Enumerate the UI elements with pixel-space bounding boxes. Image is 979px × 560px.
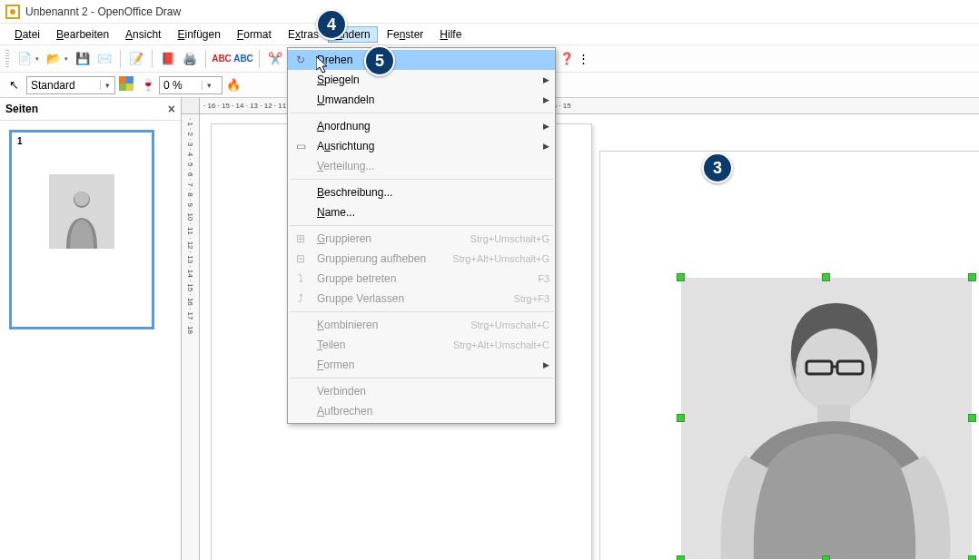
- blank-icon: [292, 93, 310, 107]
- blank-icon: [292, 185, 310, 200]
- menu-ext-button[interactable]: ⋮: [578, 53, 589, 65]
- menu-ansicht[interactable]: Ansicht: [118, 26, 168, 43]
- close-icon[interactable]: ×: [168, 102, 175, 116]
- menu-item-label: Beschreibung...: [317, 186, 549, 199]
- resize-handle[interactable]: [677, 555, 685, 560]
- menu-item-verteilung-: Verteilung...: [288, 156, 555, 176]
- dropdown-arrow-icon[interactable]: ▾: [100, 81, 114, 90]
- email-button[interactable]: ✉️: [94, 49, 114, 69]
- edit-doc-button[interactable]: 📝: [126, 49, 146, 69]
- wine-button[interactable]: 🍷: [141, 79, 155, 92]
- zoom-input[interactable]: [160, 79, 202, 92]
- menu-item-name-[interactable]: Name...: [288, 202, 555, 222]
- menu-item-label: Gruppieren: [317, 232, 463, 245]
- autospell-button[interactable]: ABC: [233, 49, 253, 69]
- resize-handle[interactable]: [968, 555, 976, 560]
- menu-shortcut: Strg+Umschalt+C: [470, 319, 549, 330]
- menu-format[interactable]: Format: [230, 26, 279, 43]
- menu-fenster[interactable]: Fenster: [380, 26, 431, 43]
- help-button[interactable]: ❓: [559, 53, 574, 65]
- save-button[interactable]: 💾: [73, 49, 93, 69]
- menu-item-anordnung[interactable]: Anordnung▶: [288, 116, 555, 136]
- svg-point-9: [74, 192, 89, 206]
- svg-rect-6: [126, 84, 134, 91]
- svg-rect-4: [126, 76, 134, 84]
- menu-shortcut: Strg+Alt+Umschalt+C: [453, 339, 549, 350]
- menu-separator: [290, 378, 553, 378]
- page-number: 1: [17, 136, 23, 146]
- submenu-arrow-icon: ▶: [543, 360, 549, 369]
- menu-item-label: Name...: [317, 206, 549, 219]
- blank-icon: [292, 205, 310, 220]
- menu-einfuegen[interactable]: Einfügen: [170, 26, 227, 43]
- cut-button[interactable]: ✂️: [265, 49, 285, 69]
- print-button[interactable]: 🖨️: [180, 49, 200, 69]
- style-input[interactable]: [27, 79, 100, 92]
- menu-shortcut: Strg+Alt+Umschalt+G: [452, 253, 549, 264]
- enter-icon: ⤵: [292, 271, 310, 286]
- resize-handle[interactable]: [677, 273, 685, 281]
- selected-image[interactable]: [681, 278, 972, 559]
- menu-item-verbinden: Verbinden: [288, 381, 555, 401]
- resize-handle[interactable]: [968, 414, 976, 422]
- submenu-arrow-icon: ▶: [543, 122, 549, 131]
- pages-title: Seiten: [5, 103, 38, 115]
- ruler-vertical[interactable]: · 1 · 2 · 3 · 4 · 5 · 6 · 7 · 8 · 9 · 10…: [182, 114, 200, 560]
- new-button[interactable]: 📄: [15, 49, 35, 69]
- menu-item-kombinieren: KombinierenStrg+Umschalt+C: [288, 315, 555, 335]
- menu-item-label: Verbinden: [317, 385, 549, 398]
- pdf-button[interactable]: 📕: [158, 49, 178, 69]
- ungroup-icon: ⊟: [292, 251, 310, 266]
- menu-item-label: Umwandeln: [317, 93, 536, 106]
- zoom-combo[interactable]: ▾: [159, 76, 222, 94]
- menu-item-formen: Formen▶: [288, 355, 555, 375]
- ruler-corner: [182, 98, 200, 114]
- resize-handle[interactable]: [677, 414, 685, 422]
- svg-point-2: [10, 9, 15, 15]
- menu-separator: [290, 179, 553, 180]
- blank-icon: [292, 318, 310, 332]
- menu-item-label: Aufbrechen: [317, 405, 549, 418]
- menu-item-label: Gruppierung aufheben: [317, 252, 445, 265]
- blank-icon: [292, 384, 310, 398]
- exit-icon: ⤴: [292, 291, 310, 306]
- svg-rect-3: [119, 76, 126, 84]
- toolbar-sep: [152, 50, 153, 68]
- menu-datei[interactable]: Datei: [7, 26, 47, 43]
- callout-badge-4: 4: [316, 9, 347, 40]
- spellcheck-button[interactable]: ABC: [212, 49, 232, 69]
- thumb-image: [49, 174, 114, 249]
- menu-item-umwandeln[interactable]: Umwandeln▶: [288, 90, 555, 110]
- submenu-arrow-icon: ▶: [543, 142, 549, 151]
- menu-bearbeiten[interactable]: Bearbeiten: [49, 26, 116, 43]
- group-icon: ⊞: [292, 231, 310, 246]
- menu-item-label: Gruppe betreten: [317, 272, 530, 285]
- toolbar-grip[interactable]: [5, 50, 9, 68]
- resize-handle[interactable]: [822, 273, 830, 281]
- dropdown-arrow-icon[interactable]: ▾: [202, 81, 216, 90]
- menu-item-label: Kombinieren: [317, 319, 463, 331]
- cursor-icon: [316, 56, 331, 77]
- resize-handle[interactable]: [822, 555, 830, 560]
- fill-button[interactable]: 🔥: [226, 79, 241, 92]
- pages-panel: Seiten × 1: [0, 98, 182, 560]
- pages-header: Seiten ×: [0, 98, 181, 121]
- submenu-arrow-icon: ▶: [543, 95, 549, 104]
- color-button[interactable]: [119, 76, 134, 93]
- pages-body: 1: [0, 121, 181, 560]
- menu-item-beschreibung-[interactable]: Beschreibung...: [288, 182, 555, 202]
- arrow-tool[interactable]: ↖: [9, 79, 19, 92]
- open-button[interactable]: 📂: [44, 49, 64, 69]
- menu-item-gruppe-verlassen: ⤴Gruppe VerlassenStrg+F3: [288, 289, 555, 309]
- menu-hilfe[interactable]: Hilfe: [432, 26, 469, 43]
- resize-handle[interactable]: [968, 273, 976, 281]
- page-thumbnail[interactable]: 1: [9, 130, 154, 329]
- title-bar: Unbenannt 2 - OpenOffice Draw: [0, 0, 979, 24]
- toolbar-sep: [205, 50, 206, 68]
- style-combo[interactable]: ▾: [26, 76, 115, 94]
- menu-item-gruppe-betreten: ⤵Gruppe betretenF3: [288, 269, 555, 289]
- menu-separator: [290, 225, 553, 226]
- menu-item-ausrichtung[interactable]: ▭Ausrichtung▶: [288, 136, 555, 156]
- menu-shortcut: F3: [538, 273, 549, 284]
- blank-icon: [292, 404, 310, 418]
